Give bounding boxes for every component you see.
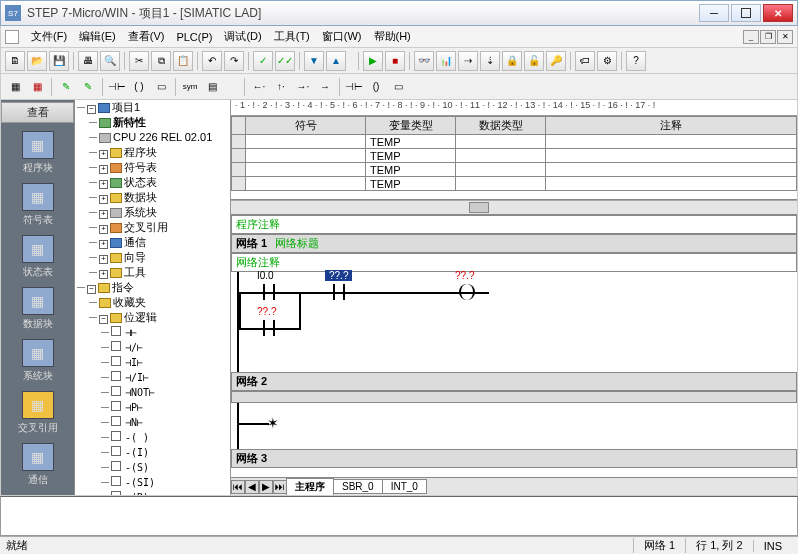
- menu-file[interactable]: 文件(F): [25, 27, 73, 46]
- insert-box-button[interactable]: ▭: [388, 77, 408, 97]
- tree-toggle[interactable]: +: [99, 270, 108, 279]
- force-button[interactable]: 🔒: [502, 51, 522, 71]
- open-button[interactable]: 📂: [27, 51, 47, 71]
- tree-bitlogic[interactable]: 位逻辑: [124, 311, 157, 323]
- coil-element[interactable]: [459, 284, 475, 300]
- tree-node-label[interactable]: 符号表: [124, 161, 157, 173]
- nav-item-2[interactable]: ▦状态表: [8, 235, 68, 279]
- nav-item-0[interactable]: ▦程序块: [8, 131, 68, 175]
- tree-toggle[interactable]: +: [99, 255, 108, 264]
- tree-cpu[interactable]: CPU 226 REL 02.01: [113, 131, 212, 143]
- download-button[interactable]: ▼: [304, 51, 324, 71]
- table-row[interactable]: TEMP: [232, 177, 797, 191]
- tree-toggle[interactable]: +: [99, 165, 108, 174]
- output-window[interactable]: [0, 496, 798, 536]
- contact-element[interactable]: [259, 284, 279, 300]
- insert-coil-button[interactable]: (): [366, 77, 386, 97]
- contact-button[interactable]: ⊣⊢: [107, 77, 127, 97]
- monitor-button[interactable]: 👓: [414, 51, 434, 71]
- tab-scroll-prev[interactable]: ◀: [245, 480, 259, 494]
- tree-root[interactable]: 项目1: [112, 101, 140, 113]
- tab-scroll-next[interactable]: ▶: [259, 480, 273, 494]
- tree-node-label[interactable]: 数据块: [124, 191, 157, 203]
- tree-instr[interactable]: 指令: [112, 281, 134, 293]
- tab-sbr0[interactable]: SBR_0: [333, 479, 383, 494]
- print-button[interactable]: 🖶: [78, 51, 98, 71]
- tree-node-label[interactable]: 交叉引用: [124, 221, 168, 233]
- instruction-item[interactable]: ⊣I⊢: [111, 355, 230, 370]
- sym-info-button[interactable]: sym: [180, 77, 200, 97]
- nav-item-1[interactable]: ▦符号表: [8, 183, 68, 227]
- save-button[interactable]: 💾: [49, 51, 69, 71]
- tree-node-label[interactable]: 系统块: [124, 206, 157, 218]
- mdi-minimize-button[interactable]: _: [743, 30, 759, 44]
- menu-debug[interactable]: 调试(D): [218, 27, 267, 46]
- ladder-editor[interactable]: 程序注释 网络 1 网络标题 网络注释 I0.0 ??.? ??.?: [231, 214, 797, 477]
- tree-toggle[interactable]: −: [87, 285, 96, 294]
- mdi-restore-button[interactable]: ❐: [760, 30, 776, 44]
- tab-scroll-last[interactable]: ⏭: [273, 480, 287, 494]
- instruction-item[interactable]: -(S): [111, 460, 230, 475]
- upload-button[interactable]: ▲: [326, 51, 346, 71]
- box-button[interactable]: ▭: [151, 77, 171, 97]
- menu-window[interactable]: 窗口(W): [316, 27, 368, 46]
- table-hscrollbar[interactable]: [231, 200, 797, 214]
- insert-contact-button[interactable]: ⊣⊢: [344, 77, 364, 97]
- table-row[interactable]: TEMP: [232, 135, 797, 149]
- tree-node-label[interactable]: 程序块: [124, 146, 157, 158]
- single-read-button[interactable]: ⇢: [458, 51, 478, 71]
- tree-toggle[interactable]: +: [99, 195, 108, 204]
- line-right-button[interactable]: →: [315, 77, 335, 97]
- tab-main[interactable]: 主程序: [286, 478, 334, 496]
- tree-toggle[interactable]: +: [99, 225, 108, 234]
- table-row[interactable]: TEMP: [232, 149, 797, 163]
- stop-button[interactable]: ■: [385, 51, 405, 71]
- ladder-network-2[interactable]: ✶: [237, 403, 797, 449]
- network-header-1[interactable]: 网络 1 网络标题: [231, 234, 797, 253]
- tree-node-label[interactable]: 工具: [124, 266, 146, 278]
- instruction-item[interactable]: -( ): [111, 430, 230, 445]
- run-button[interactable]: ▶: [363, 51, 383, 71]
- tree-toggle[interactable]: +: [99, 150, 108, 159]
- cut-button[interactable]: ✂: [129, 51, 149, 71]
- instruction-item[interactable]: ⊣NOT⊢: [111, 385, 230, 400]
- line-down-button[interactable]: →·: [293, 77, 313, 97]
- table-row[interactable]: TEMP: [232, 163, 797, 177]
- compile-button[interactable]: ✓: [253, 51, 273, 71]
- insert-network-button[interactable]: ▦: [5, 77, 25, 97]
- print-preview-button[interactable]: 🔍: [100, 51, 120, 71]
- contact-address[interactable]: I0.0: [257, 270, 274, 281]
- menu-edit[interactable]: 编辑(E): [73, 27, 122, 46]
- redo-button[interactable]: ↷: [224, 51, 244, 71]
- instruction-item[interactable]: -(I): [111, 445, 230, 460]
- compile-all-button[interactable]: ✓✓: [275, 51, 295, 71]
- tree-toggle[interactable]: +: [99, 210, 108, 219]
- unforce-button[interactable]: 🔓: [524, 51, 544, 71]
- tree-toggle[interactable]: +: [99, 240, 108, 249]
- copy-button[interactable]: ⧉: [151, 51, 171, 71]
- menu-help[interactable]: 帮助(H): [368, 27, 417, 46]
- contact-error-address[interactable]: ??.?: [257, 306, 276, 317]
- instruction-item[interactable]: ⊣⊢: [111, 325, 230, 340]
- tree-newfeat[interactable]: 新特性: [113, 116, 146, 128]
- instruction-item[interactable]: ⊣P⊢: [111, 400, 230, 415]
- nav-item-4[interactable]: ▦系统块: [8, 339, 68, 383]
- contact-error-address[interactable]: ??.?: [325, 270, 352, 281]
- menu-view[interactable]: 查看(V): [122, 27, 171, 46]
- menu-plc[interactable]: PLC(P): [170, 29, 218, 45]
- coil-button[interactable]: ( ): [129, 77, 149, 97]
- instruction-item[interactable]: ⊣/⊢: [111, 340, 230, 355]
- program-comment[interactable]: 程序注释: [231, 215, 797, 234]
- network-header-3[interactable]: 网络 3: [231, 449, 797, 468]
- coil-error-address[interactable]: ??.?: [455, 270, 474, 281]
- ladder-network-1[interactable]: I0.0 ??.? ??.? ??.?: [237, 272, 797, 372]
- minimize-button[interactable]: [699, 4, 729, 22]
- project-tree[interactable]: −项目1 新特性 CPU 226 REL 02.01 +程序块+符号表+状态表+…: [75, 100, 231, 495]
- tree-toggle[interactable]: −: [87, 105, 96, 114]
- undo-button[interactable]: ↶: [202, 51, 222, 71]
- status-chart-button[interactable]: 📊: [436, 51, 456, 71]
- contact-element[interactable]: [259, 320, 279, 336]
- mdi-close-button[interactable]: ✕: [777, 30, 793, 44]
- nav-item-6[interactable]: ▦通信: [8, 443, 68, 487]
- nav-item-5[interactable]: ▦交叉引用: [8, 391, 68, 435]
